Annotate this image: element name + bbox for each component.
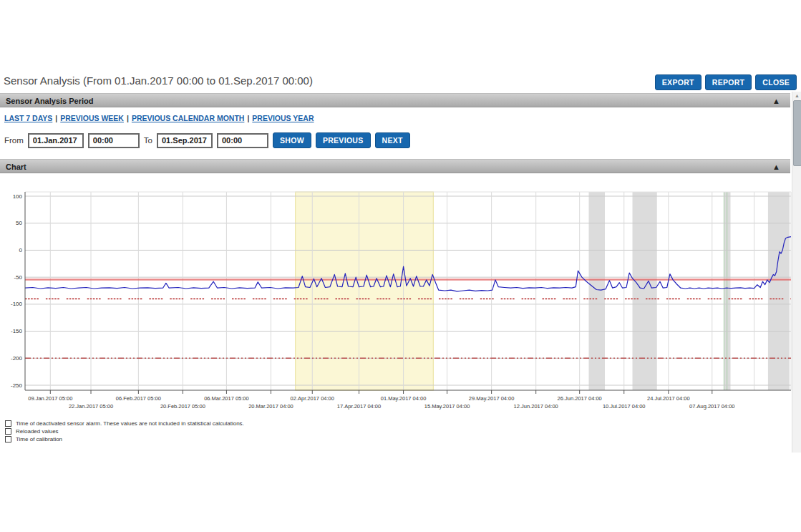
scrollbar-up-arrow-icon[interactable]: ▲: [792, 92, 801, 100]
link-previous-year[interactable]: PREVIOUS YEAR: [252, 114, 314, 122]
from-date-input[interactable]: [28, 133, 84, 148]
svg-text:-200: -200: [11, 355, 23, 362]
legend-checkbox-time-of-calibration[interactable]: [5, 436, 11, 442]
title-buttons: EXPORT REPORT CLOSE: [655, 74, 797, 90]
svg-text:06.Feb.2017 05:00: 06.Feb.2017 05:00: [116, 395, 161, 402]
link-separator: |: [127, 114, 129, 122]
next-button[interactable]: NEXT: [375, 132, 410, 148]
link-previous-calendar-month[interactable]: PREVIOUS CALENDAR MONTH: [132, 114, 245, 122]
show-button[interactable]: SHOW: [273, 132, 311, 148]
link-previous-week[interactable]: PREVIOUS WEEK: [60, 114, 124, 122]
export-button[interactable]: EXPORT: [655, 74, 702, 90]
svg-text:24.Jul.2017 04:00: 24.Jul.2017 04:00: [647, 395, 690, 402]
svg-text:10.Jul.2017 04:00: 10.Jul.2017 04:00: [603, 403, 646, 410]
svg-text:12.Jun.2017 04:00: 12.Jun.2017 04:00: [514, 403, 558, 410]
svg-text:100: 100: [13, 193, 23, 200]
from-label: From: [4, 136, 24, 145]
legend-checkbox-reloaded-values[interactable]: [5, 428, 11, 435]
previous-button[interactable]: PREVIOUS: [316, 132, 371, 148]
svg-text:26.Jun.2017 04:00: 26.Jun.2017 04:00: [558, 395, 602, 402]
svg-text:17.Apr.2017 04:00: 17.Apr.2017 04:00: [337, 403, 381, 410]
legend-label: Time of deactivated sensor alarm. These …: [16, 420, 244, 427]
page-title: Sensor Analysis (From 01.Jan.2017 00:00 …: [4, 74, 313, 87]
svg-text:22.Jan.2017 05:00: 22.Jan.2017 05:00: [69, 403, 113, 410]
chart-canvas: 100500-50-100-150-200-25009.Jan.2017 05:…: [2, 179, 797, 415]
svg-text:09.Jan.2017 05:00: 09.Jan.2017 05:00: [28, 395, 72, 402]
sensor-analysis-page: Sensor Analysis (From 01.Jan.2017 00:00 …: [0, 0, 801, 532]
period-form: From To SHOW PREVIOUS NEXT: [4, 132, 410, 148]
link-last-7-days[interactable]: LAST 7 DAYS: [4, 114, 52, 122]
chart-legend: Time of deactivated sensor alarm. These …: [5, 420, 244, 443]
svg-text:01.May.2017 04:00: 01.May.2017 04:00: [381, 395, 427, 402]
svg-text:20.Feb.2017 05:00: 20.Feb.2017 05:00: [160, 403, 205, 410]
svg-text:50: 50: [16, 220, 22, 226]
svg-text:0: 0: [19, 247, 23, 253]
legend-item-reloaded-values: Reloaded values: [5, 427, 244, 435]
svg-text:-250: -250: [11, 382, 23, 389]
svg-text:-150: -150: [11, 328, 23, 334]
svg-text:07.Aug.2017 04:00: 07.Aug.2017 04:00: [689, 403, 734, 410]
legend-label: Reloaded values: [16, 428, 59, 435]
report-button[interactable]: REPORT: [705, 74, 752, 90]
section-header-period-label: Sensor Analysis Period: [6, 97, 93, 105]
to-time-input[interactable]: [217, 133, 268, 148]
legend-item-deactivated-alarm: Time of deactivated sensor alarm. These …: [5, 420, 244, 427]
svg-text:20.Mar.2017 04:00: 20.Mar.2017 04:00: [248, 403, 293, 410]
svg-text:29.May.2017 04:00: 29.May.2017 04:00: [469, 395, 515, 402]
quick-range-links: LAST 7 DAYS|PREVIOUS WEEK|PREVIOUS CALEN…: [4, 114, 314, 122]
svg-text:-100: -100: [11, 301, 23, 307]
legend-checkbox-deactivated-alarm[interactable]: [5, 420, 11, 427]
link-separator: |: [55, 114, 57, 122]
legend-item-time-of-calibration: Time of calibration: [5, 435, 244, 442]
svg-text:06.Mar.2017 05:00: 06.Mar.2017 05:00: [204, 395, 249, 402]
scrollbar-thumb[interactable]: [793, 100, 801, 166]
to-date-input[interactable]: [157, 133, 213, 148]
collapse-triangle-icon[interactable]: ▲: [772, 160, 780, 174]
from-time-input[interactable]: [88, 133, 140, 148]
section-header-period[interactable]: Sensor Analysis Period ▲: [0, 93, 790, 107]
collapse-triangle-icon[interactable]: ▲: [772, 94, 780, 108]
svg-text:-50: -50: [14, 274, 22, 281]
svg-text:02.Apr.2017 04:00: 02.Apr.2017 04:00: [291, 395, 334, 402]
vertical-scrollbar[interactable]: ▲: [792, 92, 801, 453]
sensor-chart: 100500-50-100-150-200-25009.Jan.2017 05:…: [2, 179, 797, 415]
close-button[interactable]: CLOSE: [755, 74, 797, 90]
section-header-chart-label: Chart: [6, 163, 26, 171]
to-label: To: [144, 136, 152, 145]
section-header-chart[interactable]: Chart ▲: [0, 159, 790, 173]
legend-label: Time of calibration: [16, 436, 62, 442]
svg-text:15.May.2017 04:00: 15.May.2017 04:00: [424, 403, 470, 410]
link-separator: |: [247, 114, 249, 122]
